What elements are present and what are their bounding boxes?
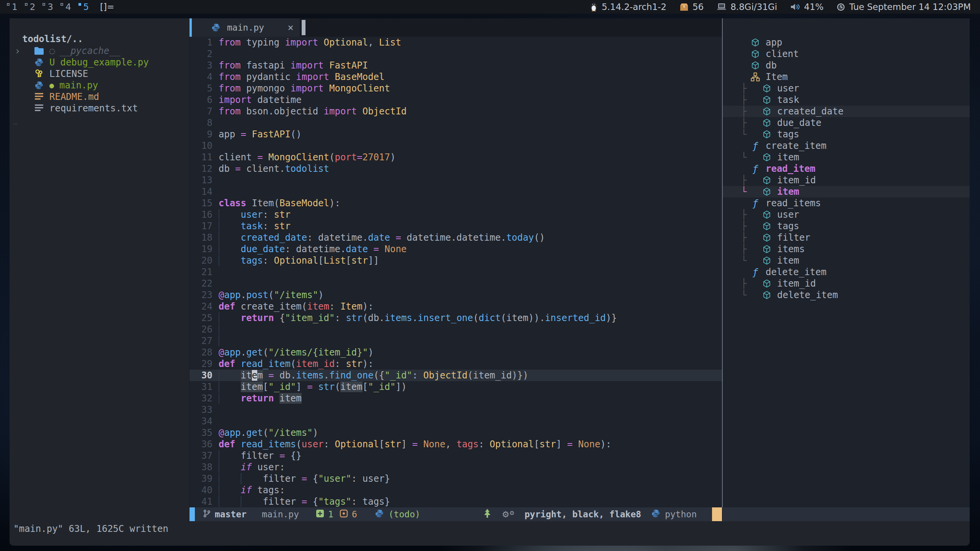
code-line[interactable]: 25▏ return {"item_id": str(db.items.inse… (189, 312, 722, 324)
symbol-label: create_item (766, 140, 826, 151)
outline-item[interactable]: ƒdelete_item (723, 266, 970, 278)
chevron-right-icon[interactable]: › (15, 45, 21, 57)
outline-item[interactable]: ├created_date (723, 106, 970, 117)
outline-item[interactable]: ├task (723, 94, 970, 106)
outline-item[interactable]: ├items (723, 243, 970, 255)
file-row[interactable]: ›◌__pycache__ (10, 45, 189, 57)
symbol-label: item_id (777, 175, 816, 186)
outline-item[interactable]: ├item_id (723, 174, 970, 186)
code-line[interactable]: 10 (189, 140, 722, 152)
file-row[interactable]: LICENSE (10, 68, 189, 80)
code-line[interactable]: 29def read_item(item_id: str): (189, 358, 722, 370)
outline-item[interactable]: └delete_item (723, 289, 970, 301)
workspace-5[interactable]: 5 (77, 2, 95, 12)
outline-item[interactable]: └tags (723, 129, 970, 140)
tree-connector: ├ (741, 209, 751, 220)
code-line[interactable]: 28@app.get("/items/{item_id}") (189, 347, 722, 358)
code-line[interactable]: 26▏ (189, 324, 722, 335)
file-row[interactable]: Udebug_example.py (10, 57, 189, 68)
code-line[interactable]: 41▏ ▏ filter = {"tags": tags} (189, 496, 722, 507)
code-line[interactable]: 23@app.post("/items") (189, 289, 722, 301)
outline-item[interactable]: ├user (723, 83, 970, 94)
code-line[interactable]: 22 (189, 278, 722, 289)
outline-item[interactable]: ├filter (723, 232, 970, 243)
code-line[interactable]: 32▏ return item (189, 393, 722, 404)
code-line[interactable]: 6import datetime (189, 94, 722, 106)
outline-item[interactable]: ├user (723, 209, 970, 220)
workspace-2[interactable]: 2 (23, 2, 41, 12)
text-lines-icon (34, 104, 44, 112)
status-item-text: 5.14.2-arch1-2 (602, 2, 666, 12)
code-line[interactable]: 31▏ item["_id"] = str(item["_id"]) (189, 381, 722, 393)
code-line[interactable]: 17▏ task: str (189, 220, 722, 232)
outline-item[interactable]: └item (723, 255, 970, 266)
code-line[interactable]: 20▏ tags: Optional[List[str]] (189, 255, 722, 266)
outline-item[interactable]: ƒread_item (723, 163, 970, 174)
outline-item[interactable]: ƒcreate_item (723, 140, 970, 152)
code-text: client = MongoClient(port=27017) (219, 152, 395, 163)
file-row[interactable]: requirements.txt (10, 103, 189, 114)
code-line[interactable]: 16▏ user: str (189, 209, 722, 220)
status-item: 5.14.2-arch1-2 (590, 2, 666, 12)
outline-item[interactable]: ├due_date (723, 117, 970, 129)
code-line[interactable]: 1from typing import Optional, List (189, 37, 722, 48)
code-line[interactable]: 39▏ ▏ filter = {"user": user} (189, 473, 722, 484)
outline-item[interactable]: app (723, 37, 970, 48)
code-line[interactable]: 4from pydantic import BaseModel (189, 71, 722, 83)
line-number: 36 (189, 439, 219, 450)
code-editor[interactable]: 1from typing import Optional, List23from… (189, 37, 722, 507)
function-icon: ƒ (750, 163, 760, 174)
outline-item[interactable]: db (723, 60, 970, 71)
code-line[interactable]: 2 (189, 48, 722, 60)
status-bar: 12345 []= 5.14.2-arch1-2568.8Gi/31Gi41%T… (0, 0, 980, 14)
code-line[interactable]: 18▏ created_date: datetime.date = dateti… (189, 232, 722, 243)
workspace-3[interactable]: 3 (41, 2, 59, 12)
code-line[interactable]: 30▏ item = db.items.find_one({"_id": Obj… (189, 370, 722, 381)
workspace-4[interactable]: 4 (59, 2, 77, 12)
code-text: ▏ created_date: datetime.date = datetime… (219, 232, 545, 243)
file-name: README.md (49, 91, 99, 102)
workspace-1[interactable]: 1 (5, 2, 23, 12)
outline-item[interactable]: ├tags (723, 220, 970, 232)
code-line[interactable]: 8 (189, 117, 722, 129)
code-line[interactable]: 3from fastapi import FastAPI (189, 60, 722, 71)
code-line[interactable]: 36def read_items(user: Optional[str] = N… (189, 439, 722, 450)
code-line[interactable]: 13 (189, 174, 722, 186)
cursor: e (252, 370, 257, 381)
outline-item[interactable]: Item (723, 71, 970, 83)
tab-close-icon[interactable]: × (287, 22, 294, 33)
code-line[interactable]: 40▏ if tags: (189, 484, 722, 496)
code-line[interactable]: 9app = FastAPI() (189, 129, 722, 140)
code-line[interactable]: 27▏ (189, 335, 722, 347)
code-line[interactable]: 38▏ if user: (189, 461, 722, 473)
code-line[interactable]: 19▏ due_date: datetime.date = None (189, 243, 722, 255)
code-line[interactable]: 11client = MongoClient(port=27017) (189, 152, 722, 163)
code-line[interactable]: 34 (189, 416, 722, 427)
outline-item[interactable]: └item (723, 152, 970, 163)
code-text: ▏ item = db.items.find_one({"_id": Objec… (219, 370, 528, 381)
tab-main-py[interactable]: main.py × (189, 18, 300, 37)
outline-item[interactable]: ├item_id (723, 278, 970, 289)
outline-item[interactable]: ƒread_items (723, 197, 970, 209)
code-line[interactable]: 35@app.get("/items") (189, 427, 722, 439)
line-number: 25 (189, 312, 219, 324)
variable-icon (762, 210, 772, 219)
code-line[interactable]: 14 (189, 186, 722, 197)
code-line[interactable]: 12db = client.todolist (189, 163, 722, 174)
code-line[interactable]: 7from bson.objectid import ObjectId (189, 106, 722, 117)
code-line[interactable]: 5from pymongo import MongoClient (189, 83, 722, 94)
file-row[interactable]: ●main.py (10, 80, 189, 91)
code-line[interactable]: 37▏ filter = {} (189, 450, 722, 461)
outline-item[interactable]: client (723, 48, 970, 60)
code-line[interactable]: 24def create_item(item: Item): (189, 301, 722, 312)
variable-icon (762, 290, 772, 300)
tree-connector: ├ (741, 232, 751, 243)
line-number: 40 (189, 484, 219, 496)
line-number: 13 (189, 174, 219, 186)
line-number: 12 (189, 163, 219, 174)
code-line[interactable]: 33 (189, 404, 722, 416)
file-row[interactable]: README.md (10, 91, 189, 103)
code-line[interactable]: 15class Item(BaseModel): (189, 197, 722, 209)
code-line[interactable]: 21 (189, 266, 722, 278)
outline-item[interactable]: └item (723, 186, 970, 197)
